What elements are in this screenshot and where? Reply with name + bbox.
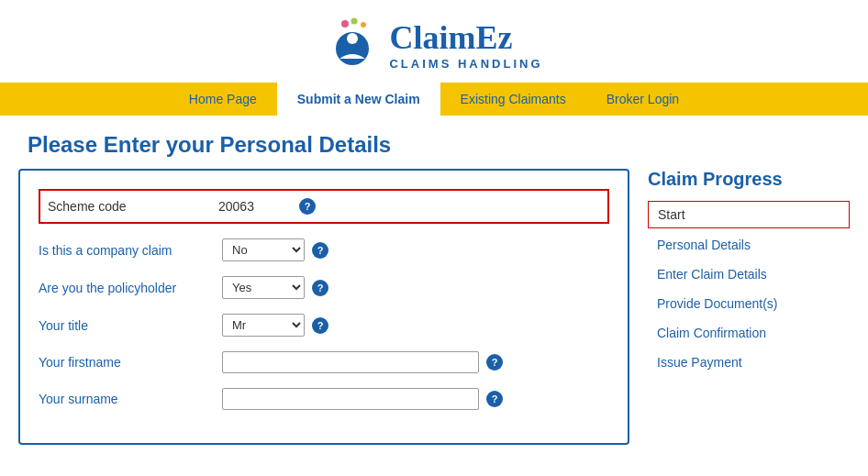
header: ClaimEz CLAIMS HANDLING — [0, 0, 868, 83]
nav-bar: Home Page Submit a New Claim Existing Cl… — [0, 83, 868, 116]
scheme-code-help-button[interactable]: ? — [299, 198, 316, 215]
company-claim-label: Is this a company claim — [39, 243, 222, 258]
scheme-code-value: 20063 — [218, 199, 292, 214]
firstname-control: ? — [222, 351, 609, 373]
progress-item-start[interactable]: Start — [648, 201, 850, 228]
title-help-button[interactable]: ? — [312, 317, 328, 334]
page-title: Please Enter your Personal Details — [0, 116, 868, 169]
company-claim-control: No Yes ? — [222, 238, 609, 261]
policyholder-label: Are you the policyholder — [39, 281, 222, 295]
form-card: Scheme code 20063 ? Is this a company cl… — [18, 169, 629, 445]
logo-subtitle: CLAIMS HANDLING — [389, 57, 542, 71]
logo-icon — [325, 17, 380, 72]
firstname-help-button[interactable]: ? — [486, 354, 503, 371]
logo-text: ClaimEz CLAIMS HANDLING — [389, 18, 542, 71]
title-row: Your title Mr Mrs Ms Dr Prof ? — [39, 314, 609, 337]
svg-point-0 — [341, 20, 349, 28]
policyholder-help-button[interactable]: ? — [312, 280, 328, 296]
title-control: Mr Mrs Ms Dr Prof ? — [222, 314, 609, 337]
nav-item-broker[interactable]: Broker Login — [586, 83, 699, 116]
nav-item-existing[interactable]: Existing Claimants — [440, 83, 586, 116]
surname-help-button[interactable]: ? — [486, 391, 503, 407]
scheme-code-label: Scheme code — [48, 199, 218, 214]
company-claim-row: Is this a company claim No Yes ? — [39, 238, 609, 261]
surname-control: ? — [222, 388, 609, 410]
svg-point-2 — [361, 22, 366, 28]
progress-item-payment[interactable]: Issue Payment — [648, 349, 850, 375]
progress-item-documents[interactable]: Provide Document(s) — [648, 291, 850, 316]
surname-row: Your surname ? — [39, 388, 609, 410]
policyholder-control: Yes No ? — [222, 276, 609, 299]
title-label: Your title — [39, 318, 222, 333]
surname-input[interactable] — [222, 388, 479, 410]
surname-label: Your surname — [39, 392, 222, 406]
nav-item-submit[interactable]: Submit a New Claim — [277, 83, 440, 116]
svg-point-1 — [351, 18, 358, 25]
company-claim-select[interactable]: No Yes — [222, 238, 305, 261]
firstname-row: Your firstname ? — [39, 351, 609, 373]
progress-item-personal[interactable]: Personal Details — [648, 232, 850, 258]
main-layout: Scheme code 20063 ? Is this a company cl… — [0, 169, 868, 445]
sidebar: Claim Progress Start Personal Details En… — [648, 169, 850, 445]
policyholder-row: Are you the policyholder Yes No ? — [39, 276, 609, 299]
firstname-label: Your firstname — [39, 355, 222, 370]
progress-item-confirmation[interactable]: Claim Confirmation — [648, 320, 850, 346]
svg-point-4 — [347, 33, 358, 44]
company-claim-help-button[interactable]: ? — [312, 242, 328, 259]
scheme-code-row: Scheme code 20063 ? — [39, 189, 609, 224]
logo-area: ClaimEz CLAIMS HANDLING — [325, 17, 542, 72]
policyholder-select[interactable]: Yes No — [222, 276, 305, 299]
sidebar-title: Claim Progress — [648, 169, 850, 190]
progress-item-claim-details[interactable]: Enter Claim Details — [648, 261, 850, 287]
logo-title: ClaimEz — [389, 18, 542, 57]
firstname-input[interactable] — [222, 351, 479, 373]
title-select[interactable]: Mr Mrs Ms Dr Prof — [222, 314, 305, 337]
nav-item-home[interactable]: Home Page — [169, 83, 277, 116]
